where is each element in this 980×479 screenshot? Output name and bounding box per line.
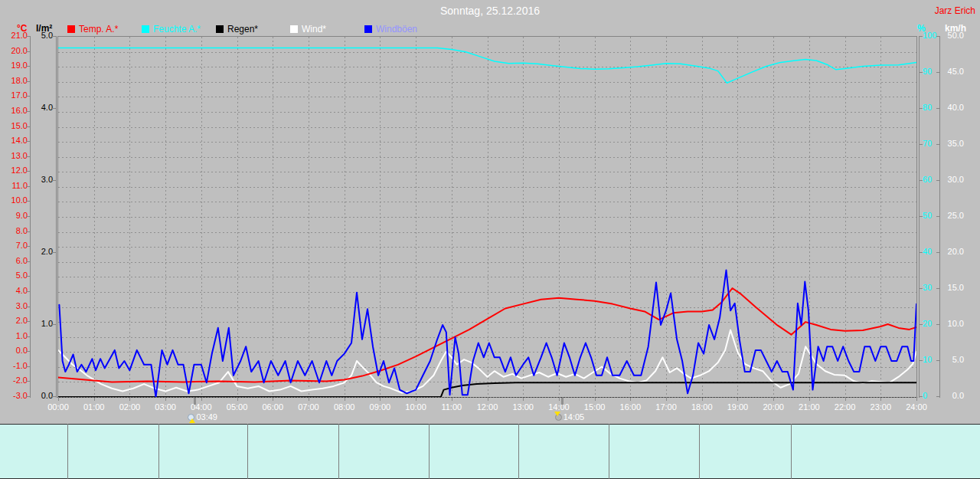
time-axis-label: 17:00 bbox=[651, 402, 681, 412]
wind-axis-tick bbox=[936, 396, 940, 397]
time-axis-label: 12:00 bbox=[472, 402, 503, 412]
temp-axis-tick bbox=[26, 186, 30, 187]
wind-axis-tick bbox=[936, 72, 940, 73]
table-divider bbox=[699, 424, 700, 479]
wind-axis-label: 0.0 bbox=[942, 391, 964, 401]
moon-marker-tick bbox=[561, 398, 564, 405]
temp-axis-label: 9.0 bbox=[3, 211, 28, 221]
wind-axis-label: 10.0 bbox=[942, 319, 964, 329]
time-axis-label: 19:00 bbox=[722, 402, 753, 412]
humidity-axis-tick bbox=[919, 180, 923, 181]
humidity-axis-line bbox=[919, 36, 920, 398]
temp-axis-label: 3.0 bbox=[3, 301, 28, 311]
temp-axis-label: 20.0 bbox=[3, 46, 28, 56]
temp-axis-tick bbox=[26, 261, 30, 262]
temp-axis-label: -1.0 bbox=[3, 361, 28, 371]
temp-axis-tick bbox=[26, 126, 30, 127]
time-axis-label: 06:00 bbox=[257, 402, 288, 412]
moon-time-label: 03:49 bbox=[196, 412, 217, 422]
temp-axis-label: 16.0 bbox=[3, 106, 28, 116]
temp-axis-label: 5.0 bbox=[3, 271, 28, 281]
time-axis-tick bbox=[416, 398, 416, 401]
wind-axis-tick bbox=[936, 252, 940, 253]
page-title: Sonntag, 25.12.2016 bbox=[0, 5, 980, 17]
legend-label: Wind* bbox=[302, 24, 326, 34]
time-axis-tick bbox=[237, 398, 238, 401]
time-axis-tick bbox=[845, 398, 846, 401]
time-axis-tick bbox=[630, 398, 631, 401]
rain-axis-tick bbox=[52, 36, 56, 37]
temp-axis-label: 18.0 bbox=[3, 76, 28, 86]
time-axis-tick bbox=[58, 398, 59, 401]
wind-axis-tick bbox=[936, 36, 940, 37]
time-axis-label: 07:00 bbox=[293, 402, 324, 412]
temp-axis-label: 13.0 bbox=[3, 151, 28, 161]
legend-item-gusts: Windböen bbox=[364, 24, 417, 33]
time-axis-label: 13:00 bbox=[508, 402, 538, 412]
summary-table: Sensor MinWert MaxWert Durchschnitt Temp… bbox=[0, 424, 980, 479]
temp-axis-tick bbox=[26, 141, 30, 142]
time-axis-tick bbox=[809, 398, 810, 401]
temp-axis-tick bbox=[26, 96, 30, 97]
time-axis-tick bbox=[309, 398, 309, 401]
temp-axis-label: 1.0 bbox=[3, 331, 28, 341]
weather-chart-screen: { "header": { "title": "Sonntag, 25.12.2… bbox=[0, 0, 980, 479]
time-axis-tick bbox=[523, 398, 524, 401]
rain-axis-label: 0.0 bbox=[32, 391, 53, 401]
temp-axis-tick bbox=[26, 51, 30, 52]
rain-swatch-icon bbox=[216, 25, 224, 33]
temp-axis-label: 14.0 bbox=[3, 136, 28, 146]
humidity-axis-tick bbox=[919, 108, 923, 109]
legend-label: Feuchte A.* bbox=[153, 24, 201, 34]
temp-swatch-icon bbox=[67, 25, 75, 33]
wind-swatch-icon bbox=[290, 25, 298, 33]
time-axis-label: 01:00 bbox=[79, 402, 109, 412]
time-axis-label: 22:00 bbox=[830, 402, 861, 412]
time-axis-label: 15:00 bbox=[580, 402, 610, 412]
temp-axis-label: 11.0 bbox=[3, 181, 28, 191]
humidity-axis-tick bbox=[919, 144, 923, 145]
temp-axis-tick bbox=[26, 201, 30, 202]
legend-label: Windböen bbox=[376, 24, 417, 34]
table-divider bbox=[518, 424, 519, 479]
time-axis-tick bbox=[452, 398, 452, 401]
humidity-axis-tick bbox=[919, 396, 923, 397]
temp-axis-tick bbox=[26, 246, 30, 247]
temp-axis-tick bbox=[26, 366, 30, 367]
time-axis-label: 00:00 bbox=[43, 402, 74, 412]
time-axis-label: 09:00 bbox=[364, 402, 395, 412]
humidity-axis-tick bbox=[919, 252, 923, 253]
legend-label: Temp. A.* bbox=[79, 24, 118, 34]
time-axis-tick bbox=[201, 398, 202, 401]
legend-label: Regen* bbox=[227, 24, 258, 34]
wind-axis-label: 30.0 bbox=[942, 175, 964, 185]
temp-axis-label: 4.0 bbox=[3, 286, 28, 296]
wind-axis-label: 50.0 bbox=[942, 31, 964, 41]
legend-item-wind: Wind* bbox=[290, 24, 326, 33]
rain-axis-label: 4.0 bbox=[32, 103, 53, 113]
rain-axis-tick bbox=[52, 180, 56, 181]
time-axis-label: 18:00 bbox=[687, 402, 717, 412]
temp-axis-tick bbox=[26, 81, 30, 82]
time-axis-tick bbox=[595, 398, 596, 401]
time-axis-tick bbox=[94, 398, 95, 401]
temp-axis-label: 10.0 bbox=[3, 195, 28, 205]
temp-axis-tick bbox=[26, 171, 30, 172]
wind-axis-tick bbox=[936, 144, 940, 145]
time-axis-label: 02:00 bbox=[114, 402, 145, 412]
temp-axis-tick bbox=[26, 156, 30, 157]
humidity-swatch-icon bbox=[142, 25, 149, 33]
time-axis-tick bbox=[165, 398, 166, 401]
humidity-axis-tick bbox=[919, 288, 923, 289]
gusts-swatch-icon bbox=[364, 25, 372, 33]
moon-moonset-note: 14:05 bbox=[555, 412, 585, 422]
humidity-axis-tick bbox=[919, 360, 923, 361]
table-divider bbox=[67, 424, 68, 479]
time-axis-label: 20:00 bbox=[758, 402, 789, 412]
time-axis-tick bbox=[129, 398, 130, 401]
wind-axis-label: 40.0 bbox=[942, 103, 964, 113]
wind-axis-tick bbox=[936, 216, 940, 217]
rain-axis-label: 5.0 bbox=[32, 31, 53, 41]
time-axis-label: 11:00 bbox=[436, 402, 467, 412]
time-axis-tick bbox=[666, 398, 667, 401]
